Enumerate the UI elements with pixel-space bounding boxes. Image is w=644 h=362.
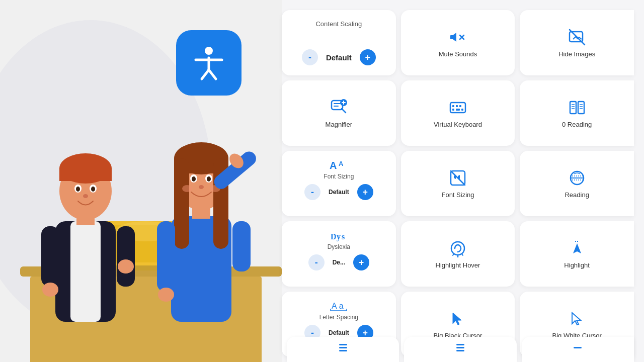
highlight-hover-card[interactable]: Highlight Hover bbox=[401, 221, 515, 287]
svg-text:A: A bbox=[339, 160, 344, 167]
font-sizing-value: Default bbox=[329, 189, 349, 196]
dyslexia-card[interactable]: D y s Dyslexia - De... + bbox=[282, 221, 396, 287]
illustration-area bbox=[0, 0, 282, 362]
svg-rect-64 bbox=[461, 109, 463, 111]
highlight-focus-card[interactable]: Highlight bbox=[520, 221, 634, 287]
svg-rect-11 bbox=[59, 168, 112, 181]
magnifier-label: Magnifier bbox=[326, 121, 352, 128]
accessibility-icon bbox=[176, 30, 242, 96]
svg-rect-59 bbox=[452, 105, 454, 107]
mute-sounds-label: Mute Sounds bbox=[439, 50, 477, 58]
stop-animations-card[interactable]: Font Sizing bbox=[401, 151, 515, 216]
svg-rect-58 bbox=[450, 103, 465, 113]
svg-point-20 bbox=[42, 283, 58, 297]
svg-point-14 bbox=[76, 187, 80, 192]
stop-animations-label: Font Sizing bbox=[441, 191, 474, 199]
svg-point-33 bbox=[182, 185, 192, 192]
font-sizing-plus[interactable]: + bbox=[357, 184, 373, 200]
svg-text:s: s bbox=[342, 232, 345, 241]
font-sizing-controls: - Default + bbox=[304, 184, 373, 200]
bottom-partial-row bbox=[282, 337, 644, 362]
content-scaling-label: Content Scaling bbox=[315, 20, 362, 28]
big-black-cursor-icon bbox=[449, 310, 467, 328]
reading-guide-card[interactable]: Reading bbox=[520, 151, 634, 216]
svg-point-42 bbox=[205, 47, 213, 55]
svg-point-35 bbox=[199, 185, 204, 189]
hide-images-card[interactable]: Hide Images bbox=[520, 10, 634, 75]
content-scaling-card[interactable]: Content Scaling - Default + bbox=[282, 10, 396, 75]
svg-rect-66 bbox=[578, 102, 584, 114]
letter-spacing-value: Default bbox=[329, 329, 349, 336]
content-scaling-minus[interactable]: - bbox=[302, 49, 318, 65]
letter-spacing-header: Letter Spacing bbox=[319, 314, 358, 321]
svg-text:A: A bbox=[330, 160, 337, 171]
svg-line-45 bbox=[202, 70, 209, 79]
svg-rect-89 bbox=[339, 347, 347, 348]
svg-rect-36 bbox=[192, 206, 210, 219]
svg-rect-93 bbox=[456, 344, 464, 345]
highlight-focus-label: Highlight bbox=[564, 261, 590, 269]
reading-0-card[interactable]: 0 Reading bbox=[520, 80, 634, 146]
svg-rect-91 bbox=[339, 350, 347, 351]
mute-sounds-card[interactable]: Mute Sounds bbox=[401, 10, 515, 75]
mute-sounds-icon bbox=[449, 28, 467, 46]
big-white-cursor-icon bbox=[568, 310, 586, 328]
bottom-card-3[interactable] bbox=[522, 337, 634, 362]
svg-rect-27 bbox=[174, 158, 189, 249]
content-scaling-value: Default bbox=[326, 53, 352, 62]
dyslexia-controls: - De... + bbox=[308, 254, 369, 270]
svg-rect-61 bbox=[459, 105, 461, 107]
dyslexia-plus[interactable]: + bbox=[353, 254, 369, 270]
svg-rect-90 bbox=[339, 344, 347, 345]
svg-rect-65 bbox=[570, 102, 576, 114]
svg-text:D: D bbox=[331, 232, 337, 241]
svg-rect-19 bbox=[117, 226, 135, 287]
svg-rect-17 bbox=[76, 215, 95, 225]
svg-rect-92 bbox=[456, 347, 464, 348]
svg-point-21 bbox=[118, 259, 134, 274]
reading-guide-icon bbox=[568, 169, 586, 187]
content-scaling-plus[interactable]: + bbox=[360, 49, 376, 65]
svg-rect-95 bbox=[574, 347, 582, 348]
reading-0-icon bbox=[568, 99, 586, 117]
svg-text:Aa: Aa bbox=[332, 302, 346, 310]
svg-rect-18 bbox=[41, 226, 59, 287]
font-sizing-icon: A A bbox=[330, 158, 348, 172]
bottom-card-2[interactable] bbox=[404, 337, 516, 362]
virtual-keyboard-icon bbox=[449, 99, 467, 117]
svg-rect-37 bbox=[157, 221, 175, 292]
virtual-keyboard-card[interactable]: Virtual Keyboard bbox=[401, 80, 515, 146]
svg-point-31 bbox=[192, 176, 196, 182]
dyslexia-minus[interactable]: - bbox=[308, 254, 325, 270]
svg-rect-60 bbox=[456, 105, 458, 107]
dyslexia-header: Dyslexia bbox=[328, 243, 350, 250]
svg-text:y: y bbox=[337, 232, 341, 241]
reading-0-label: 0 Reading bbox=[562, 121, 592, 128]
svg-line-54 bbox=[342, 109, 346, 113]
hide-images-icon bbox=[568, 28, 586, 46]
magnifier-icon bbox=[330, 99, 348, 117]
svg-rect-94 bbox=[456, 350, 464, 351]
svg-rect-63 bbox=[456, 109, 460, 111]
magnifier-card[interactable]: Magnifier bbox=[282, 80, 396, 146]
options-panel: Content Scaling - Default + Mute Sounds … bbox=[277, 0, 644, 362]
letter-spacing-icon: Aa bbox=[330, 299, 348, 313]
reading-guide-label: Reading bbox=[565, 191, 589, 199]
svg-point-15 bbox=[91, 187, 95, 192]
font-sizing-card[interactable]: A A Font Sizing - Default + bbox=[282, 151, 396, 216]
virtual-keyboard-label: Virtual Keyboard bbox=[434, 121, 482, 128]
font-sizing-minus[interactable]: - bbox=[304, 184, 320, 200]
svg-rect-62 bbox=[452, 109, 454, 111]
highlight-hover-icon bbox=[449, 239, 467, 257]
font-sizing-header: Font Sizing bbox=[324, 173, 354, 180]
svg-point-32 bbox=[207, 176, 211, 182]
svg-line-46 bbox=[209, 70, 216, 79]
scaling-controls: - Default + bbox=[302, 49, 376, 65]
dyslexia-value: De... bbox=[333, 259, 345, 266]
bottom-card-1[interactable] bbox=[287, 337, 399, 362]
svg-rect-8 bbox=[70, 221, 101, 322]
svg-point-16 bbox=[83, 194, 88, 198]
dyslexia-icon: D y s bbox=[330, 228, 348, 242]
svg-rect-38 bbox=[232, 221, 251, 272]
highlight-hover-label: Highlight Hover bbox=[436, 261, 480, 269]
